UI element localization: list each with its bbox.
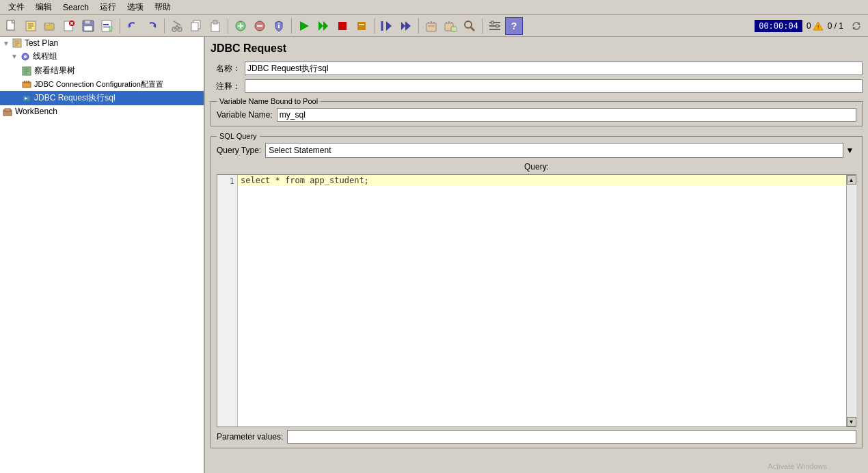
svg-rect-29 (214, 21, 217, 23)
paste-button[interactable] (206, 17, 224, 35)
svg-line-58 (471, 27, 474, 31)
svg-rect-56 (451, 27, 457, 31)
timer-display: 00:00:04 (755, 20, 802, 32)
undo-button[interactable] (124, 17, 141, 35)
variable-pool-legend: Variable Name Bound to Pool (217, 97, 321, 105)
scroll-up-arrow[interactable]: ▲ (847, 175, 856, 185)
redo-button[interactable] (143, 17, 161, 35)
menu-options[interactable]: 选项 (122, 0, 149, 14)
close-button[interactable] (60, 17, 78, 35)
shutdown-button[interactable] (353, 17, 370, 35)
btn20[interactable] (397, 17, 415, 35)
tree-item-view-results[interactable]: 察看结果树 (0, 64, 204, 78)
tree-item-workbench[interactable]: WorkBench (0, 105, 204, 118)
svg-rect-16 (103, 26, 110, 27)
sep6 (418, 18, 419, 33)
svg-rect-62 (491, 21, 493, 24)
svg-point-57 (465, 21, 472, 28)
menu-edit[interactable]: 编辑 (30, 0, 57, 14)
menu-help[interactable]: 帮助 (149, 0, 176, 14)
toggle-button[interactable] (378, 17, 396, 35)
sep5 (374, 18, 375, 33)
name-input[interactable] (245, 62, 863, 75)
cut-button[interactable] (168, 17, 186, 35)
clear-button[interactable] (422, 17, 440, 35)
tree-item-jdbc-config[interactable]: JDBC Connection Configuration配置置 (0, 78, 204, 91)
jdbc-request-label: JDBC Request执行sql (34, 92, 116, 104)
expand-icon2: ▼ (11, 53, 18, 60)
sep1 (120, 18, 120, 33)
menu-search[interactable]: Search (57, 1, 94, 14)
scroll-down-arrow[interactable]: ▼ (847, 417, 856, 427)
comment-input[interactable] (245, 79, 863, 93)
variable-name-input[interactable] (277, 108, 856, 122)
param-values-input[interactable] (287, 430, 856, 444)
query-editor-content: select * from app_student; (238, 175, 846, 427)
stop-button[interactable] (334, 17, 351, 35)
svg-rect-41 (357, 22, 366, 30)
jdbc-config-icon (22, 80, 31, 90)
svg-line-24 (174, 21, 180, 25)
svg-marker-43 (386, 21, 392, 31)
svg-rect-60 (489, 25, 500, 27)
param-row: Parameter values: (217, 430, 856, 444)
svg-point-73 (24, 55, 27, 58)
save-button[interactable] (79, 17, 97, 35)
svg-rect-12 (85, 21, 90, 24)
svg-text:!: ! (817, 24, 819, 30)
tree-item-jdbc-request[interactable]: JDBC Request执行sql (0, 91, 204, 105)
menubar: 文件 编辑 Search 运行 选项 帮助 (0, 0, 868, 15)
content-area: JDBC Request 名称： 注释： Variable Name Bound… (205, 37, 868, 459)
workbench-icon (3, 107, 12, 116)
query-label: Query: (217, 162, 856, 172)
remove-button[interactable] (251, 17, 269, 35)
query-line-1[interactable]: select * from app_student; (238, 175, 846, 186)
sep3 (228, 18, 228, 33)
new-button[interactable] (3, 17, 21, 35)
svg-rect-17 (103, 27, 110, 28)
tree-panel: ▼ Test Plan ▼ 线程组 察看结果树 JDBC Connection … (0, 37, 205, 473)
warning-icon: ! (813, 21, 824, 31)
tree-item-thread-group[interactable]: ▼ 线程组 (0, 49, 204, 64)
name-label: 名称： (211, 63, 245, 75)
toolbar-right: 00:00:04 0 ! 0 / 1 (755, 17, 865, 35)
sep4 (291, 18, 292, 33)
browse2-button[interactable] (461, 17, 478, 35)
svg-rect-40 (338, 22, 347, 30)
add-button[interactable] (232, 17, 249, 35)
warning-count: 0 (806, 21, 811, 31)
browse-button[interactable] (270, 17, 288, 35)
svg-rect-63 (496, 25, 498, 27)
refresh-button[interactable] (847, 17, 865, 35)
expand-icon: ▼ (3, 40, 10, 47)
template-button[interactable] (22, 17, 40, 35)
menu-run[interactable]: 运行 (94, 0, 122, 14)
sep7 (482, 18, 483, 33)
sql-query-section: SQL Query Query Type: Select Statement U… (211, 132, 863, 448)
panel-title: JDBC Request (211, 42, 863, 55)
svg-rect-26 (191, 23, 198, 31)
query-type-wrapper: Select Statement Update Statement Callab… (265, 143, 856, 158)
copy-button[interactable] (187, 17, 205, 35)
query-type-select[interactable]: Select Statement Update Statement Callab… (265, 143, 856, 158)
save-as-button[interactable] (98, 17, 116, 35)
help-button[interactable]: ? (505, 17, 523, 35)
svg-marker-46 (401, 22, 405, 30)
clear-all-button[interactable] (442, 17, 459, 35)
comment-label: 注释： (211, 81, 245, 92)
variable-name-label: Variable Name: (217, 110, 273, 120)
open-button[interactable] (41, 17, 59, 35)
name-row: 名称： (211, 62, 863, 75)
start-no-pauses-button[interactable] (314, 17, 332, 35)
variable-pool-section: Variable Name Bound to Pool Variable Nam… (211, 97, 863, 126)
thread-group-label: 线程组 (33, 51, 57, 62)
view-results-label: 察看结果树 (34, 65, 75, 77)
comment-row: 注释： (211, 79, 863, 93)
activate-watermark: Activate Windows (768, 462, 827, 470)
menu-file[interactable]: 文件 (3, 0, 30, 14)
editor-scrollbar: ▲ ▼ (846, 175, 856, 427)
svg-rect-47 (426, 23, 436, 31)
start-button[interactable] (295, 17, 313, 35)
settings-button[interactable] (486, 17, 504, 35)
tree-item-test-plan[interactable]: ▼ Test Plan (0, 37, 204, 49)
